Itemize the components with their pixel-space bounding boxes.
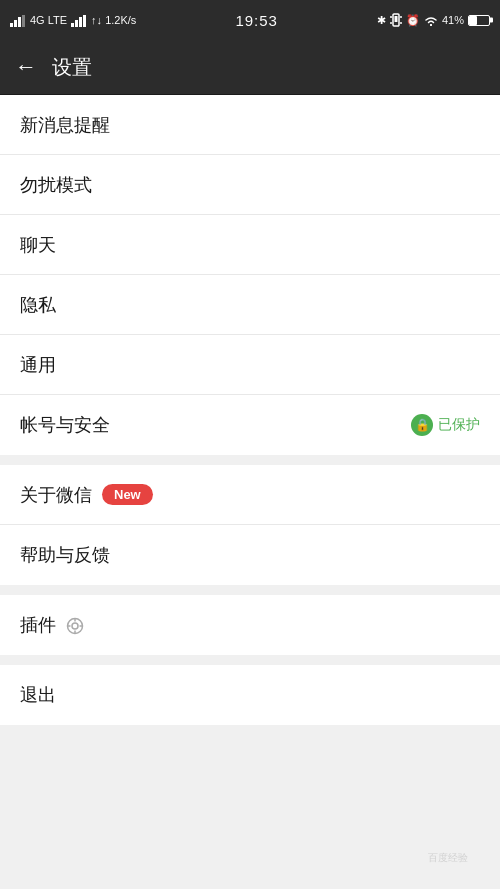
settings-item-privacy[interactable]: 隐私	[0, 275, 500, 335]
plugins-label: 插件	[20, 613, 56, 637]
status-right: ✱ ⏰ 41%	[377, 13, 490, 27]
logout-label: 退出	[20, 683, 56, 707]
settings-item-chat[interactable]: 聊天	[0, 215, 500, 275]
svg-rect-3	[22, 15, 25, 27]
settings-container: 新消息提醒 勿扰模式 聊天 隐私 通用 帐号与安全 🔒 已保护 关于微信 New	[0, 95, 500, 725]
lock-icon: 🔒	[411, 414, 433, 436]
protected-label: 已保护	[438, 416, 480, 434]
plugin-settings-icon	[66, 615, 84, 636]
settings-item-dnd[interactable]: 勿扰模式	[0, 155, 500, 215]
battery-fill	[469, 16, 477, 25]
svg-rect-2	[18, 17, 21, 27]
notifications-label: 新消息提醒	[20, 113, 110, 137]
settings-item-logout[interactable]: 退出	[0, 665, 500, 725]
settings-item-general[interactable]: 通用	[0, 335, 500, 395]
status-time: 19:53	[235, 12, 278, 29]
svg-rect-0	[10, 23, 13, 27]
status-left: 4G LTE ↑↓ 1.2K/s	[10, 13, 136, 26]
privacy-label: 隐私	[20, 293, 56, 317]
settings-group-3: 插件	[0, 595, 500, 655]
vibrate-icon	[390, 13, 402, 27]
settings-item-plugins[interactable]: 插件	[0, 595, 500, 655]
svg-point-16	[72, 623, 78, 629]
help-label: 帮助与反馈	[20, 543, 110, 567]
settings-item-about[interactable]: 关于微信 New	[0, 465, 500, 525]
settings-group-2: 关于微信 New 帮助与反馈	[0, 465, 500, 585]
svg-rect-5	[75, 20, 78, 27]
signal-icon	[10, 13, 26, 26]
plugins-item-left: 插件	[20, 613, 84, 637]
protected-badge: 🔒 已保护	[411, 414, 480, 436]
new-badge: New	[102, 484, 153, 505]
svg-rect-9	[394, 16, 397, 22]
about-label: 关于微信	[20, 483, 92, 507]
svg-rect-7	[83, 15, 86, 27]
data-speed: ↑↓ 1.2K/s	[91, 14, 136, 26]
lte-signal	[71, 13, 87, 26]
settings-item-notifications[interactable]: 新消息提醒	[0, 95, 500, 155]
dnd-label: 勿扰模式	[20, 173, 92, 197]
settings-item-account[interactable]: 帐号与安全 🔒 已保护	[0, 395, 500, 455]
app-bar: ← 设置	[0, 40, 500, 95]
baidu-watermark: 百度经验	[428, 841, 488, 875]
about-item-left: 关于微信 New	[20, 483, 153, 507]
status-bar: 4G LTE ↑↓ 1.2K/s 19:53 ✱ ⏰	[0, 0, 500, 40]
settings-item-help[interactable]: 帮助与反馈	[0, 525, 500, 585]
svg-text:百度经验: 百度经验	[428, 852, 468, 863]
battery-icon	[468, 15, 490, 26]
general-label: 通用	[20, 353, 56, 377]
bluetooth-icon: ✱	[377, 14, 386, 27]
svg-rect-1	[14, 20, 17, 27]
page-title: 设置	[52, 54, 92, 81]
svg-point-14	[430, 24, 432, 26]
chat-label: 聊天	[20, 233, 56, 257]
wifi-icon	[424, 13, 438, 26]
settings-group-1: 新消息提醒 勿扰模式 聊天 隐私 通用 帐号与安全 🔒 已保护	[0, 95, 500, 455]
network-type: 4G LTE	[30, 14, 67, 26]
alarm-icon: ⏰	[406, 14, 420, 27]
svg-rect-6	[79, 17, 82, 27]
back-button[interactable]: ←	[15, 54, 37, 80]
account-label: 帐号与安全	[20, 413, 110, 437]
svg-rect-4	[71, 23, 74, 27]
battery-percentage: 41%	[442, 14, 464, 26]
settings-group-4: 退出	[0, 665, 500, 725]
